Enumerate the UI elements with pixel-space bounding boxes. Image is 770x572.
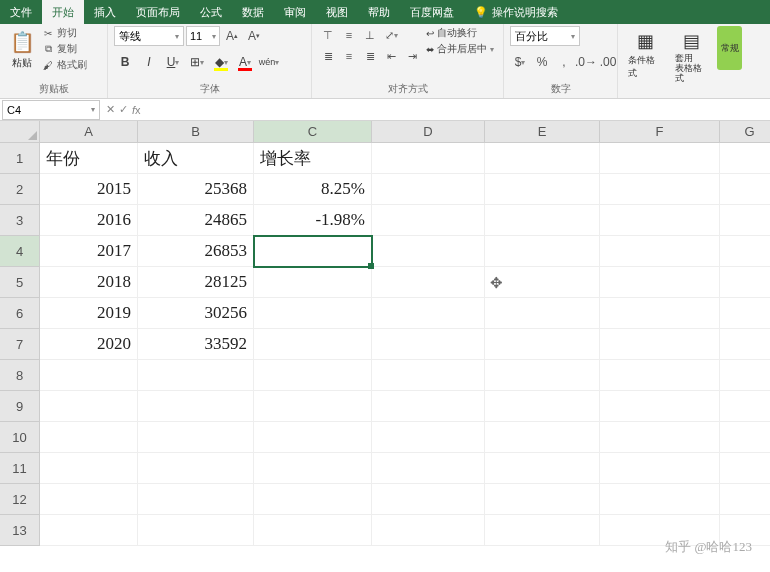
cell[interactable] bbox=[600, 391, 720, 422]
cell[interactable] bbox=[40, 391, 138, 422]
cell[interactable]: 年份 bbox=[40, 143, 138, 174]
paste-button[interactable]: 📋 粘贴 bbox=[6, 26, 38, 72]
decrease-font-button[interactable]: A▾ bbox=[244, 26, 264, 46]
font-name-select[interactable]: 等线▾ bbox=[114, 26, 184, 46]
font-color-button[interactable]: A▾ bbox=[234, 52, 256, 72]
cell[interactable] bbox=[485, 329, 600, 360]
number-format-select[interactable]: 百分比▾ bbox=[510, 26, 580, 46]
increase-indent-button[interactable]: ⇥ bbox=[402, 47, 422, 65]
row-header[interactable]: 2 bbox=[0, 174, 40, 205]
cell[interactable] bbox=[138, 422, 254, 453]
cell[interactable] bbox=[600, 329, 720, 360]
tab-file[interactable]: 文件 bbox=[0, 0, 42, 24]
column-header[interactable]: C bbox=[254, 121, 372, 143]
enter-formula-icon[interactable]: ✓ bbox=[119, 103, 128, 116]
cell[interactable] bbox=[485, 391, 600, 422]
cell[interactable] bbox=[372, 453, 485, 484]
phonetic-button[interactable]: wén▾ bbox=[258, 52, 280, 72]
column-header[interactable]: F bbox=[600, 121, 720, 143]
tab-page-layout[interactable]: 页面布局 bbox=[126, 0, 190, 24]
decrease-decimal-button[interactable]: .00 bbox=[598, 52, 618, 72]
column-header[interactable]: E bbox=[485, 121, 600, 143]
row-header[interactable]: 10 bbox=[0, 422, 40, 453]
spreadsheet-grid[interactable]: ABCDEFG1年份收入增长率22015253688.25%3201624865… bbox=[0, 121, 770, 546]
cell[interactable] bbox=[600, 360, 720, 391]
cell[interactable] bbox=[254, 360, 372, 391]
format-as-table-button[interactable]: ▤ 套用 表格格式 bbox=[671, 26, 714, 86]
decrease-indent-button[interactable]: ⇤ bbox=[381, 47, 401, 65]
cell[interactable] bbox=[485, 205, 600, 236]
tab-view[interactable]: 视图 bbox=[316, 0, 358, 24]
tell-me-search[interactable]: 💡 操作说明搜索 bbox=[464, 0, 568, 24]
cell[interactable] bbox=[138, 360, 254, 391]
row-header[interactable]: 4 bbox=[0, 236, 40, 267]
cell[interactable] bbox=[720, 298, 770, 329]
cell[interactable] bbox=[372, 236, 485, 267]
align-right-button[interactable]: ≣ bbox=[360, 47, 380, 65]
cell[interactable]: 30256 bbox=[138, 298, 254, 329]
cell[interactable] bbox=[254, 453, 372, 484]
align-bottom-button[interactable]: ⊥ bbox=[360, 26, 380, 44]
cell[interactable] bbox=[485, 174, 600, 205]
cell[interactable] bbox=[40, 484, 138, 515]
name-box[interactable]: C4▾ bbox=[2, 100, 100, 120]
conditional-formatting-button[interactable]: ▦ 条件格式 bbox=[624, 26, 667, 82]
cell[interactable] bbox=[40, 422, 138, 453]
cell[interactable] bbox=[600, 484, 720, 515]
cell[interactable] bbox=[254, 484, 372, 515]
row-header[interactable]: 9 bbox=[0, 391, 40, 422]
cell[interactable] bbox=[372, 484, 485, 515]
align-middle-button[interactable]: ≡ bbox=[339, 26, 359, 44]
cell[interactable] bbox=[40, 453, 138, 484]
cell[interactable] bbox=[485, 484, 600, 515]
underline-button[interactable]: U▾ bbox=[162, 52, 184, 72]
cell[interactable] bbox=[254, 391, 372, 422]
font-size-select[interactable]: 11▾ bbox=[186, 26, 220, 46]
fx-icon[interactable]: fx bbox=[132, 104, 141, 116]
cell[interactable]: 2018 bbox=[40, 267, 138, 298]
cell[interactable] bbox=[138, 484, 254, 515]
cell[interactable]: 28125 bbox=[138, 267, 254, 298]
orientation-button[interactable]: ⤢▾ bbox=[381, 26, 401, 44]
cell[interactable] bbox=[600, 298, 720, 329]
align-center-button[interactable]: ≡ bbox=[339, 47, 359, 65]
cell[interactable] bbox=[372, 515, 485, 546]
cell-style-normal[interactable]: 常规 bbox=[717, 26, 742, 70]
tab-help[interactable]: 帮助 bbox=[358, 0, 400, 24]
cell[interactable] bbox=[485, 515, 600, 546]
cell[interactable]: 25368 bbox=[138, 174, 254, 205]
cell[interactable] bbox=[720, 360, 770, 391]
cell[interactable] bbox=[600, 143, 720, 174]
cell[interactable] bbox=[372, 391, 485, 422]
cell[interactable] bbox=[720, 205, 770, 236]
cell[interactable] bbox=[372, 205, 485, 236]
formula-input[interactable] bbox=[145, 100, 770, 120]
cell[interactable] bbox=[720, 329, 770, 360]
cell[interactable]: 增长率 bbox=[254, 143, 372, 174]
tab-formulas[interactable]: 公式 bbox=[190, 0, 232, 24]
cell[interactable] bbox=[485, 143, 600, 174]
cell[interactable] bbox=[720, 236, 770, 267]
cell[interactable]: 8.25% bbox=[254, 174, 372, 205]
cell[interactable]: 33592 bbox=[138, 329, 254, 360]
cell[interactable] bbox=[600, 422, 720, 453]
cell[interactable] bbox=[372, 298, 485, 329]
currency-button[interactable]: $▾ bbox=[510, 52, 530, 72]
cell[interactable] bbox=[254, 515, 372, 546]
cell[interactable] bbox=[720, 391, 770, 422]
tab-baidu-pan[interactable]: 百度网盘 bbox=[400, 0, 464, 24]
cell[interactable]: 2020 bbox=[40, 329, 138, 360]
tab-review[interactable]: 审阅 bbox=[274, 0, 316, 24]
increase-font-button[interactable]: A▴ bbox=[222, 26, 242, 46]
cell[interactable]: 26853 bbox=[138, 236, 254, 267]
row-header[interactable]: 8 bbox=[0, 360, 40, 391]
copy-button[interactable]: ⧉复制 bbox=[42, 42, 87, 56]
cell[interactable] bbox=[40, 515, 138, 546]
cell[interactable] bbox=[720, 143, 770, 174]
align-left-button[interactable]: ≣ bbox=[318, 47, 338, 65]
cell[interactable] bbox=[485, 422, 600, 453]
cell[interactable]: 2016 bbox=[40, 205, 138, 236]
row-header[interactable]: 5 bbox=[0, 267, 40, 298]
row-header[interactable]: 12 bbox=[0, 484, 40, 515]
cell[interactable] bbox=[254, 329, 372, 360]
